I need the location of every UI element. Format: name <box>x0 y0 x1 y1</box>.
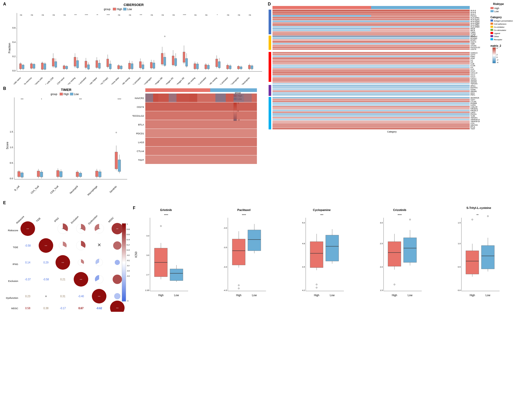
svg-text:High: High <box>117 8 122 11</box>
svg-rect-339 <box>272 72 470 74</box>
svg-rect-514 <box>234 94 244 102</box>
svg-text:HLA-A: HLA-A <box>470 10 476 11</box>
svg-rect-283 <box>272 24 470 26</box>
svg-text:***: *** <box>116 307 118 309</box>
svg-rect-111 <box>120 66 122 69</box>
svg-rect-97 <box>107 59 109 67</box>
svg-text:CXCL10: CXCL10 <box>470 72 478 74</box>
svg-point-663 <box>394 284 395 285</box>
svg-rect-509 <box>169 94 176 102</box>
svg-rect-429 <box>21 173 23 177</box>
boxplot-group: B cells naive ns B cells memory n <box>11 14 253 84</box>
svg-text:ns: ns <box>238 14 240 16</box>
svg-text:Score: Score <box>6 142 9 149</box>
svg-text:TNFRSF18: TNFRSF18 <box>470 121 480 122</box>
panel-a: A CIBERSOER group High Low Fraction 0.0 … <box>3 1 265 84</box>
svg-text:BTLA: BTLA <box>138 123 144 126</box>
svg-rect-425 <box>18 171 20 177</box>
svg-rect-456 <box>79 173 82 177</box>
svg-rect-343 <box>272 76 470 77</box>
svg-text:Macrophages: Macrophages <box>142 77 152 84</box>
svg-rect-347 <box>272 79 470 81</box>
svg-text:3.0: 3.0 <box>146 254 149 256</box>
svg-text:0.38: 0.38 <box>43 307 49 310</box>
svg-text:Erlotinib: Erlotinib <box>160 208 172 211</box>
svg-rect-168 <box>183 52 185 62</box>
svg-text:****: **** <box>242 214 246 217</box>
svg-text:High: High <box>236 294 242 297</box>
svg-point-544 <box>113 241 121 250</box>
svg-rect-182 <box>196 64 199 69</box>
svg-text:-0.58: -0.58 <box>43 278 49 281</box>
svg-point-155 <box>164 36 165 37</box>
svg-text:-0.58: -0.58 <box>25 244 31 247</box>
svg-rect-573 <box>122 223 126 301</box>
svg-text:LAG3: LAG3 <box>470 111 475 113</box>
svg-rect-387 <box>272 115 470 117</box>
svg-text:0.23: 0.23 <box>25 295 30 298</box>
svg-rect-302 <box>272 37 470 39</box>
svg-text:ns: ns <box>129 14 131 16</box>
svg-text:HMGB1: HMGB1 <box>470 90 477 92</box>
svg-rect-614 <box>232 239 245 265</box>
svg-text:ns: ns <box>53 14 55 16</box>
svg-text:TIDE: TIDE <box>13 246 18 249</box>
svg-point-565 <box>114 293 120 299</box>
svg-text:IC50: IC50 <box>134 251 138 257</box>
svg-text:0.58: 0.58 <box>25 307 30 310</box>
svg-rect-147 <box>161 53 163 64</box>
svg-text:0.45: 0.45 <box>127 239 130 241</box>
svg-text:KIR2DL3: KIR2DL3 <box>470 110 478 111</box>
svg-rect-498 <box>145 129 257 137</box>
svg-text:High: High <box>314 294 319 297</box>
svg-rect-57 <box>63 66 65 69</box>
svg-rect-277 <box>272 19 470 20</box>
svg-text:CAM1: CAM1 <box>470 31 476 33</box>
svg-text:TNFSF4: TNFSF4 <box>470 117 478 119</box>
svg-text:CD70: CD70 <box>470 54 475 56</box>
svg-text:CTLA4: CTLA4 <box>137 150 144 153</box>
panel-f-svg: IC50 Erlotinib **** 2.35 2.7 3.0 3.3 <box>132 205 529 312</box>
svg-rect-507 <box>153 94 158 102</box>
svg-rect-438 <box>40 172 43 177</box>
svg-text:T cells CD4 naive: T cells CD4 naive <box>52 77 65 84</box>
svg-rect-246 <box>490 23 493 25</box>
svg-text:CXCL1: CXCL1 <box>470 77 476 79</box>
svg-text:matrix_2: matrix_2 <box>490 44 501 47</box>
svg-text:VEGFB: VEGFB <box>470 81 477 83</box>
svg-text:Low: Low <box>486 294 490 297</box>
svg-text:Low: Low <box>252 294 257 297</box>
svg-point-682 <box>472 219 473 220</box>
svg-text:0.4: 0.4 <box>12 41 16 43</box>
svg-rect-391 <box>272 119 470 120</box>
svg-text:5.0: 5.0 <box>302 222 305 224</box>
svg-rect-17 <box>19 64 22 69</box>
svg-rect-3 <box>123 8 126 10</box>
svg-rect-385 <box>272 113 470 115</box>
svg-rect-291 <box>371 30 470 31</box>
svg-text:-0.37: -0.37 <box>25 278 31 281</box>
svg-text:PDCD1: PDCD1 <box>470 113 477 115</box>
svg-text:ns: ns <box>249 14 251 16</box>
svg-text:High: High <box>64 93 69 96</box>
svg-rect-640 <box>326 235 339 261</box>
svg-text:PDCD1: PDCD1 <box>470 15 477 17</box>
svg-text:VEGFA: VEGFA <box>470 79 477 81</box>
svg-text:ns: ns <box>151 14 153 16</box>
svg-rect-290 <box>272 30 371 31</box>
svg-rect-319 <box>272 54 470 55</box>
svg-text:TLR6: TLR6 <box>470 115 475 117</box>
svg-text:TIDE: TIDE <box>36 217 41 223</box>
svg-rect-237 <box>272 6 371 9</box>
svg-text:B cells naive: B cells naive <box>11 77 22 84</box>
svg-text:3.3: 3.3 <box>146 235 149 237</box>
svg-text:Mast cells resting: Mast cells resting <box>204 77 217 84</box>
svg-rect-511 <box>189 94 197 102</box>
svg-rect-341 <box>272 74 470 75</box>
svg-text:IFNG: IFNG <box>470 57 475 59</box>
svg-rect-266 <box>272 10 470 11</box>
svg-text:MDSC: MDSC <box>11 307 18 310</box>
svg-text:S-Trityl-L-cysteine: S-Trityl-L-cysteine <box>466 206 491 209</box>
svg-text:0.31: 0.31 <box>60 295 65 298</box>
svg-text:High: High <box>494 7 499 10</box>
